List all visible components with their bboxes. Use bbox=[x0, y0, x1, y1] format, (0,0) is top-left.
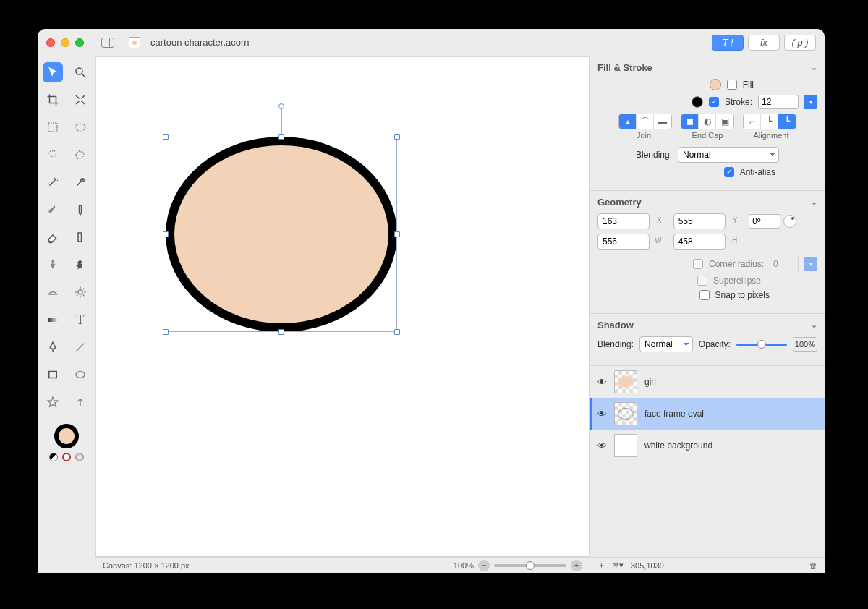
zoom-window-button[interactable] bbox=[75, 38, 84, 47]
layer-row[interactable]: 👁 girl bbox=[590, 366, 825, 398]
fill-color-swatch[interactable] bbox=[710, 79, 721, 90]
fx-tab[interactable]: fx bbox=[748, 35, 780, 51]
ellipse-shape-tool[interactable] bbox=[70, 365, 90, 385]
join-segmented[interactable]: ▴ ⌒ ▬ bbox=[618, 114, 672, 129]
antialias-checkbox[interactable] bbox=[724, 167, 734, 177]
collapse-icon[interactable]: ⌄ bbox=[811, 320, 817, 330]
blending-label: Blending: bbox=[636, 150, 672, 160]
svg-point-8 bbox=[76, 372, 85, 378]
brush-tool[interactable] bbox=[43, 200, 63, 220]
shadow-blending-select[interactable]: Normal bbox=[639, 336, 693, 352]
arrow-shape-tool[interactable] bbox=[70, 392, 90, 412]
zoom-out-button[interactable]: − bbox=[478, 560, 490, 571]
visibility-icon[interactable]: 👁 bbox=[597, 409, 607, 420]
align-segmented[interactable]: ⌐ ┕ ┗ bbox=[743, 114, 796, 129]
move-tool[interactable] bbox=[43, 62, 63, 82]
visibility-icon[interactable]: 👁 bbox=[597, 377, 607, 388]
stroke-width-input[interactable] bbox=[758, 95, 799, 109]
color-well[interactable] bbox=[43, 424, 90, 461]
color-picker-icon[interactable] bbox=[75, 453, 84, 461]
rotation-input[interactable] bbox=[749, 214, 780, 229]
crop-tool[interactable] bbox=[43, 90, 63, 110]
blending-select[interactable]: Normal bbox=[678, 147, 779, 163]
y-input[interactable] bbox=[673, 213, 726, 229]
text-tool[interactable]: T bbox=[70, 310, 90, 330]
pen-tool[interactable] bbox=[43, 337, 63, 357]
resize-handle[interactable] bbox=[163, 231, 169, 237]
rect-shape-tool[interactable] bbox=[43, 365, 63, 385]
close-window-button[interactable] bbox=[46, 38, 55, 47]
inspector-tab[interactable]: T ! bbox=[712, 35, 744, 51]
layer-row[interactable]: 👁 white background bbox=[590, 430, 825, 461]
marquee-rect-tool[interactable] bbox=[43, 117, 63, 137]
resize-handle[interactable] bbox=[394, 329, 400, 335]
resize-handle[interactable] bbox=[394, 134, 400, 140]
rotation-handle[interactable] bbox=[278, 103, 284, 109]
opacity-value[interactable]: 100% bbox=[793, 337, 817, 352]
align-center-icon[interactable]: ┕ bbox=[761, 114, 778, 129]
opacity-slider[interactable] bbox=[736, 344, 787, 346]
join-miter-icon[interactable]: ▴ bbox=[619, 114, 637, 129]
burn-tool[interactable] bbox=[70, 282, 90, 302]
eraser-tool[interactable] bbox=[43, 227, 63, 247]
sidebar-toggle-icon[interactable] bbox=[101, 38, 114, 48]
pencil-tool[interactable] bbox=[70, 200, 90, 220]
resize-handle[interactable] bbox=[278, 329, 284, 335]
resize-handle[interactable] bbox=[278, 134, 284, 140]
zoom-tool[interactable] bbox=[70, 62, 90, 82]
lasso-tool[interactable] bbox=[43, 145, 63, 165]
cursor-position: 305,1039 bbox=[631, 561, 664, 570]
endcap-segmented[interactable]: ◼ ◐ ▣ bbox=[681, 114, 734, 129]
layer-thumbnail bbox=[614, 434, 637, 457]
zoom-slider[interactable] bbox=[494, 564, 566, 567]
stroke-color-swatch[interactable] bbox=[692, 96, 703, 108]
resize-handle[interactable] bbox=[163, 134, 169, 140]
fill-checkbox[interactable] bbox=[727, 80, 737, 90]
clone-tool[interactable] bbox=[43, 255, 63, 275]
join-bevel-icon[interactable]: ▬ bbox=[654, 114, 671, 129]
minimize-window-button[interactable] bbox=[61, 38, 69, 47]
star-shape-tool[interactable] bbox=[43, 392, 63, 412]
align-inside-icon[interactable]: ⌐ bbox=[744, 114, 761, 129]
resize-handle[interactable] bbox=[394, 231, 400, 237]
marquee-ellipse-tool[interactable] bbox=[70, 117, 90, 137]
stroke-width-stepper[interactable]: ▾ bbox=[804, 95, 817, 109]
smudge-tool[interactable] bbox=[70, 255, 90, 275]
stroke-label: Stroke: bbox=[725, 97, 752, 107]
h-input[interactable] bbox=[673, 234, 726, 250]
presets-tab[interactable]: ( p ) bbox=[784, 35, 816, 51]
stroke-checkbox[interactable] bbox=[709, 97, 719, 107]
fill-tool[interactable] bbox=[70, 227, 90, 247]
resize-handle[interactable] bbox=[163, 329, 169, 335]
quick-mask-tool[interactable] bbox=[70, 172, 90, 192]
cap-round-icon[interactable]: ◐ bbox=[699, 114, 716, 129]
swap-colors-icon[interactable] bbox=[62, 453, 71, 461]
collapse-icon[interactable]: ⌄ bbox=[811, 197, 817, 207]
dodge-tool[interactable] bbox=[43, 282, 63, 302]
rotation-knob[interactable] bbox=[783, 215, 796, 228]
align-outside-icon[interactable]: ┗ bbox=[778, 114, 796, 129]
foreground-color-swatch[interactable] bbox=[54, 424, 79, 448]
line-tool[interactable] bbox=[70, 337, 90, 357]
layer-row[interactable]: 👁 face frame oval bbox=[590, 398, 825, 430]
default-colors-icon[interactable] bbox=[49, 453, 58, 461]
zoom-in-button[interactable]: + bbox=[571, 560, 582, 571]
join-round-icon[interactable]: ⌒ bbox=[637, 114, 654, 129]
x-input[interactable] bbox=[597, 213, 650, 229]
visibility-icon[interactable]: 👁 bbox=[597, 440, 607, 451]
layer-actions-button[interactable]: ✲▾ bbox=[613, 561, 624, 570]
canvas[interactable] bbox=[95, 56, 590, 557]
magic-wand-tool[interactable] bbox=[43, 172, 63, 192]
zoom-value: 100% bbox=[454, 561, 474, 570]
cap-butt-icon[interactable]: ◼ bbox=[681, 114, 699, 129]
collapse-icon[interactable]: ⌄ bbox=[811, 63, 817, 72]
fullscreen-tool[interactable] bbox=[70, 90, 90, 110]
snap-checkbox[interactable] bbox=[699, 290, 710, 300]
trash-icon[interactable]: 🗑 bbox=[809, 561, 817, 570]
gradient-tool[interactable] bbox=[43, 310, 63, 330]
w-input[interactable] bbox=[597, 234, 650, 250]
add-layer-button[interactable]: ＋ bbox=[597, 560, 605, 571]
cap-square-icon[interactable]: ▣ bbox=[716, 114, 733, 129]
svg-point-5 bbox=[78, 290, 82, 294]
poly-lasso-tool[interactable] bbox=[70, 145, 90, 165]
